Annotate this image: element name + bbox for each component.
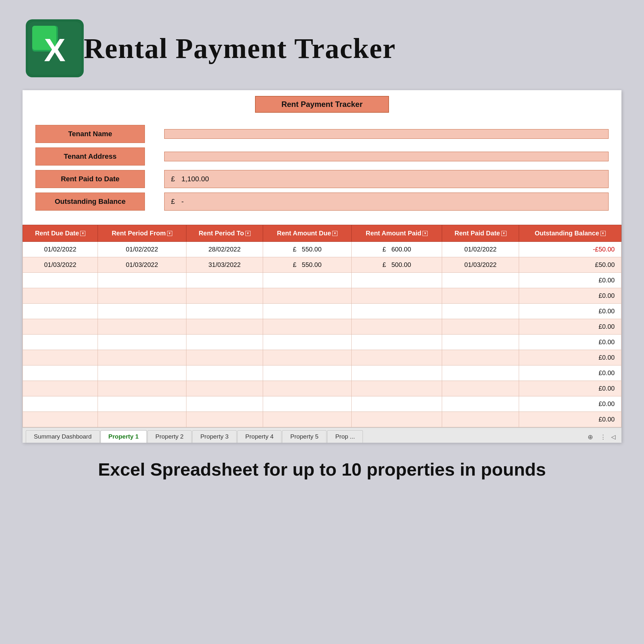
tenant-address-value[interactable] xyxy=(164,152,609,161)
empty-cell-9-2[interactable] xyxy=(186,412,263,427)
empty-cell-2-0[interactable] xyxy=(23,304,98,319)
empty-cell-6-3[interactable] xyxy=(263,365,351,381)
empty-cell-6-0[interactable] xyxy=(23,365,98,381)
dropdown-arrow-2[interactable]: ▼ xyxy=(167,231,172,236)
cell-paid-date-1[interactable]: 01/02/2022 xyxy=(442,242,519,257)
cell-period-to-1[interactable]: 28/02/2022 xyxy=(186,242,263,257)
tab-property-3[interactable]: Property 3 xyxy=(192,430,237,443)
empty-cell-3-0[interactable] xyxy=(23,319,98,335)
dropdown-arrow-5[interactable]: ▼ xyxy=(422,231,428,236)
empty-cell-2-1[interactable] xyxy=(98,304,186,319)
cell-amount-paid-1[interactable]: £ 600.00 xyxy=(352,242,442,257)
col-rent-due-date[interactable]: Rent Due Date ▼ xyxy=(23,225,98,242)
empty-cell-9-5[interactable] xyxy=(442,412,519,427)
empty-cell-8-4[interactable] xyxy=(352,396,442,412)
empty-cell-2-3[interactable] xyxy=(263,304,351,319)
empty-cell-5-4[interactable] xyxy=(352,350,442,365)
empty-cell-1-2[interactable] xyxy=(186,288,263,304)
empty-cell-8-3[interactable] xyxy=(263,396,351,412)
empty-cell-8-5[interactable] xyxy=(442,396,519,412)
empty-cell-5-3[interactable] xyxy=(263,350,351,365)
empty-cell-3-1[interactable] xyxy=(98,319,186,335)
empty-cell-5-2[interactable] xyxy=(186,350,263,365)
empty-cell-2-5[interactable] xyxy=(442,304,519,319)
add-sheet-button[interactable]: ⊕ xyxy=(583,431,598,443)
dropdown-arrow-4[interactable]: ▼ xyxy=(332,231,337,236)
empty-cell-6-4[interactable] xyxy=(352,365,442,381)
empty-cell-9-1[interactable] xyxy=(98,412,186,427)
empty-cell-4-1[interactable] xyxy=(98,335,186,350)
dropdown-arrow-3[interactable]: ▼ xyxy=(245,231,251,236)
cell-amount-due-2[interactable]: £ 550.00 xyxy=(263,257,351,273)
cell-due-date-2[interactable]: 01/03/2022 xyxy=(23,257,98,273)
empty-cell-7-1[interactable] xyxy=(98,381,186,396)
cell-paid-date-2[interactable]: 01/03/2022 xyxy=(442,257,519,273)
col-outstanding-balance[interactable]: Outstanding Balance ▼ xyxy=(519,225,621,242)
empty-cell-1-3[interactable] xyxy=(263,288,351,304)
empty-cell-7-0[interactable] xyxy=(23,381,98,396)
empty-cell-7-5[interactable] xyxy=(442,381,519,396)
col-rent-paid-date[interactable]: Rent Paid Date ▼ xyxy=(442,225,519,242)
tab-property-4[interactable]: Property 4 xyxy=(237,430,282,443)
empty-cell-0-5[interactable] xyxy=(442,273,519,288)
dropdown-arrow-6[interactable]: ▼ xyxy=(501,231,507,236)
empty-cell-6-2[interactable] xyxy=(186,365,263,381)
tab-property-1[interactable]: Property 1 xyxy=(100,430,147,443)
empty-cell-7-3[interactable] xyxy=(263,381,351,396)
empty-cell-3-3[interactable] xyxy=(263,319,351,335)
empty-cell-2-4[interactable] xyxy=(352,304,442,319)
empty-cell-9-0[interactable] xyxy=(23,412,98,427)
empty-cell-4-0[interactable] xyxy=(23,335,98,350)
col-rent-amount-paid[interactable]: Rent Amount Paid ▼ xyxy=(352,225,442,242)
tenant-name-value[interactable] xyxy=(164,129,609,139)
empty-cell-1-0[interactable] xyxy=(23,288,98,304)
cell-period-from-2[interactable]: 01/03/2022 xyxy=(98,257,186,273)
empty-cell-4-3[interactable] xyxy=(263,335,351,350)
empty-cell-5-5[interactable] xyxy=(442,350,519,365)
empty-cell-3-2[interactable] xyxy=(186,319,263,335)
table-row: £0.00 xyxy=(23,350,621,365)
empty-cell-4-5[interactable] xyxy=(442,335,519,350)
empty-cell-1-4[interactable] xyxy=(352,288,442,304)
tab-summary-dashboard[interactable]: Summary Dashboard xyxy=(26,430,100,443)
empty-cell-7-2[interactable] xyxy=(186,381,263,396)
sheet-nav-arrow[interactable]: ◁ xyxy=(609,431,618,442)
empty-cell-0-2[interactable] xyxy=(186,273,263,288)
cell-period-from-1[interactable]: 01/02/2022 xyxy=(98,242,186,257)
empty-cell-0-0[interactable] xyxy=(23,273,98,288)
empty-cell-0-1[interactable] xyxy=(98,273,186,288)
empty-cell-3-4[interactable] xyxy=(352,319,442,335)
rent-paid-label: Rent Paid to Date xyxy=(35,170,145,188)
cell-due-date-1[interactable]: 01/02/2022 xyxy=(23,242,98,257)
empty-cell-9-3[interactable] xyxy=(263,412,351,427)
empty-cell-5-0[interactable] xyxy=(23,350,98,365)
empty-cell-4-4[interactable] xyxy=(352,335,442,350)
empty-cell-3-5[interactable] xyxy=(442,319,519,335)
col-rent-period-from[interactable]: Rent Period From ▼ xyxy=(98,225,186,242)
empty-cell-9-4[interactable] xyxy=(352,412,442,427)
tab-property-2[interactable]: Property 2 xyxy=(147,430,192,443)
empty-cell-6-1[interactable] xyxy=(98,365,186,381)
cell-amount-due-1[interactable]: £ 550.00 xyxy=(263,242,351,257)
empty-cell-2-2[interactable] xyxy=(186,304,263,319)
empty-cell-0-4[interactable] xyxy=(352,273,442,288)
dropdown-arrow-1[interactable]: ▼ xyxy=(80,231,85,236)
empty-cell-6-5[interactable] xyxy=(442,365,519,381)
cell-period-to-2[interactable]: 31/03/2022 xyxy=(186,257,263,273)
tab-property-5[interactable]: Property 5 xyxy=(282,430,327,443)
empty-cell-5-1[interactable] xyxy=(98,350,186,365)
sheet-nav-dots[interactable]: ⋮ xyxy=(598,431,609,442)
empty-cell-8-0[interactable] xyxy=(23,396,98,412)
empty-cell-1-5[interactable] xyxy=(442,288,519,304)
empty-cell-8-1[interactable] xyxy=(98,396,186,412)
tab-property-more[interactable]: Prop ... xyxy=(327,430,363,443)
empty-cell-1-1[interactable] xyxy=(98,288,186,304)
dropdown-arrow-7[interactable]: ▼ xyxy=(601,231,606,236)
empty-cell-0-3[interactable] xyxy=(263,273,351,288)
col-rent-amount-due[interactable]: Rent Amount Due ▼ xyxy=(263,225,351,242)
cell-amount-paid-2[interactable]: £ 500.00 xyxy=(352,257,442,273)
empty-cell-8-2[interactable] xyxy=(186,396,263,412)
empty-cell-7-4[interactable] xyxy=(352,381,442,396)
col-rent-period-to[interactable]: Rent Period To ▼ xyxy=(186,225,263,242)
empty-cell-4-2[interactable] xyxy=(186,335,263,350)
